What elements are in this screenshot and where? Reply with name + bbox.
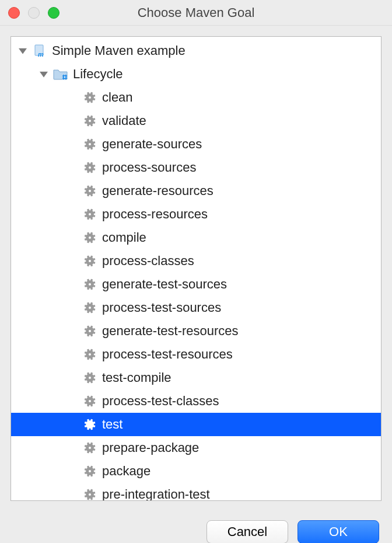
tree-goal-row[interactable]: generate-sources xyxy=(11,133,381,156)
window-controls xyxy=(0,7,60,19)
gear-icon xyxy=(82,300,97,315)
tree-project-row[interactable]: m Simple Maven example xyxy=(11,39,381,62)
tree-goal-label: process-sources xyxy=(102,160,196,175)
disclosure-down-icon[interactable] xyxy=(38,68,50,80)
tree-goal-row[interactable]: process-resources xyxy=(11,203,381,226)
tree-goal-row[interactable]: process-test-sources xyxy=(11,296,381,319)
maximize-window-button[interactable] xyxy=(48,7,60,19)
ok-button[interactable]: OK xyxy=(298,520,379,543)
svg-point-25 xyxy=(89,447,91,449)
maven-project-icon: m xyxy=(32,43,47,58)
svg-point-18 xyxy=(89,283,91,286)
tree-goal-label: generate-test-resources xyxy=(102,323,239,339)
svg-text:m: m xyxy=(38,51,44,58)
svg-point-22 xyxy=(89,377,91,379)
gear-icon xyxy=(82,113,97,128)
tree-panel: m Simple Maven example Lifecycle cleanv xyxy=(10,36,382,501)
tree-project-label: Simple Maven example xyxy=(52,43,186,58)
tree-goal-row[interactable]: package xyxy=(11,460,381,483)
svg-point-21 xyxy=(89,353,91,356)
tree-goal-row[interactable]: generate-test-sources xyxy=(11,273,381,296)
gear-icon xyxy=(82,394,97,409)
svg-point-16 xyxy=(89,236,91,239)
dialog-footer: Cancel OK xyxy=(0,511,392,543)
goal-tree: m Simple Maven example Lifecycle cleanv xyxy=(11,37,381,501)
tree-goal-label: validate xyxy=(102,113,146,128)
tree-goal-label: pre-integration-test xyxy=(102,487,210,501)
svg-point-15 xyxy=(89,213,91,215)
svg-point-19 xyxy=(89,307,91,309)
tree-goal-label: process-test-sources xyxy=(102,300,221,315)
tree-goal-row[interactable]: generate-resources xyxy=(11,179,381,203)
tree-goal-row[interactable]: clean xyxy=(11,86,381,109)
svg-point-10 xyxy=(89,96,91,99)
tree-goal-label: process-classes xyxy=(102,253,194,269)
svg-rect-8 xyxy=(62,76,63,77)
svg-marker-0 xyxy=(19,48,27,54)
svg-point-12 xyxy=(89,143,91,145)
tree-goal-label: generate-resources xyxy=(102,183,214,199)
tree-goal-row[interactable]: validate xyxy=(11,109,381,133)
gear-icon xyxy=(82,253,97,269)
gear-icon xyxy=(82,90,97,105)
svg-point-5 xyxy=(64,76,66,78)
cancel-button[interactable]: Cancel xyxy=(206,520,288,543)
svg-point-20 xyxy=(89,330,91,332)
close-window-button[interactable] xyxy=(8,7,20,19)
minimize-window-button[interactable] xyxy=(28,7,40,19)
svg-point-24 xyxy=(89,423,91,426)
gear-icon xyxy=(82,183,97,199)
tree-goal-row[interactable]: pre-integration-test xyxy=(11,483,381,501)
gear-icon xyxy=(82,440,97,455)
gear-icon xyxy=(82,347,97,362)
tree-goal-row[interactable]: process-sources xyxy=(11,156,381,179)
gear-icon xyxy=(82,464,97,479)
tree-lifecycle-row[interactable]: Lifecycle xyxy=(11,62,381,86)
svg-point-11 xyxy=(89,120,91,122)
tree-goal-label: generate-test-sources xyxy=(102,277,227,292)
tree-goal-row[interactable]: process-test-classes xyxy=(11,389,381,413)
gear-icon xyxy=(82,370,97,385)
svg-rect-6 xyxy=(64,74,65,75)
svg-rect-9 xyxy=(66,76,68,77)
gear-icon xyxy=(82,137,97,152)
tree-goal-row[interactable]: compile xyxy=(11,226,381,249)
tree-goal-row[interactable]: process-test-resources xyxy=(11,343,381,366)
svg-point-23 xyxy=(89,400,91,402)
tree-goal-label: test-compile xyxy=(102,370,172,385)
tree-goal-label: compile xyxy=(102,230,146,245)
tree-goal-label: prepare-package xyxy=(102,440,199,455)
lifecycle-folder-icon xyxy=(53,67,68,82)
tree-goal-label: generate-sources xyxy=(102,137,202,152)
svg-marker-3 xyxy=(40,72,48,78)
disclosure-down-icon[interactable] xyxy=(17,45,29,57)
tree-goal-row[interactable]: generate-test-resources xyxy=(11,319,381,343)
svg-point-14 xyxy=(89,190,91,192)
tree-goal-row[interactable]: test xyxy=(11,413,381,436)
tree-goal-label: process-test-resources xyxy=(102,347,233,362)
gear-icon xyxy=(82,160,97,175)
svg-point-17 xyxy=(89,260,91,262)
tree-goal-row[interactable]: process-classes xyxy=(11,249,381,273)
gear-icon xyxy=(82,487,97,501)
gear-icon xyxy=(82,323,97,339)
titlebar: Choose Maven Goal xyxy=(0,0,392,26)
tree-goal-label: test xyxy=(102,417,123,432)
tree-goal-label: package xyxy=(102,464,150,479)
svg-point-26 xyxy=(89,470,91,472)
gear-icon xyxy=(82,277,97,292)
tree-lifecycle-label: Lifecycle xyxy=(73,67,123,82)
svg-point-27 xyxy=(89,493,91,496)
tree-goal-label: clean xyxy=(102,90,133,105)
gear-icon xyxy=(82,207,97,222)
svg-point-13 xyxy=(89,166,91,169)
gear-icon xyxy=(82,417,97,432)
svg-rect-7 xyxy=(64,79,65,80)
tree-goal-label: process-resources xyxy=(102,207,208,222)
gear-icon xyxy=(82,230,97,245)
tree-goal-row[interactable]: test-compile xyxy=(11,366,381,389)
tree-goal-row[interactable]: prepare-package xyxy=(11,436,381,460)
tree-goal-label: process-test-classes xyxy=(102,394,219,409)
